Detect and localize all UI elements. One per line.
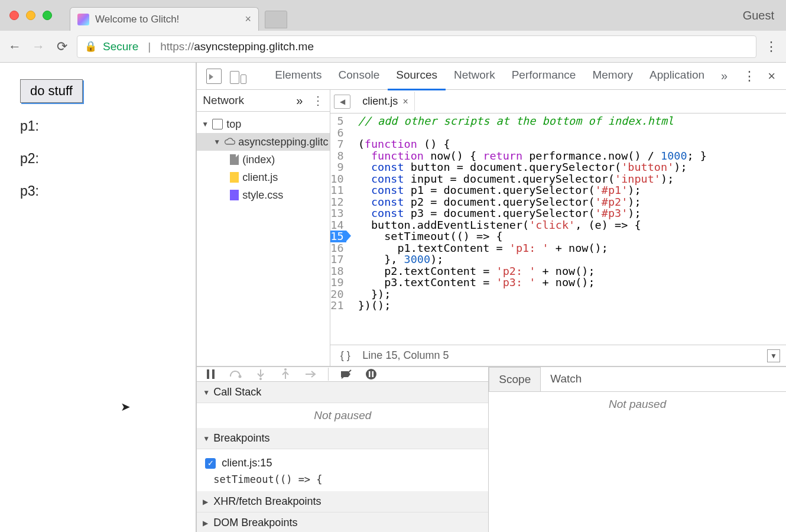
browser-menu-button[interactable]: ⋮ bbox=[762, 39, 780, 54]
line-number[interactable]: 5 bbox=[330, 115, 346, 127]
url-scheme: https:// bbox=[160, 40, 194, 53]
line-number[interactable]: 16 bbox=[330, 242, 346, 254]
forward-button: → bbox=[30, 38, 47, 56]
line-number[interactable]: 17 bbox=[330, 254, 346, 265]
devtools-tabstrip: ElementsConsoleSourcesNetworkPerformance… bbox=[197, 63, 786, 90]
breakpoint-label: client.js:15 bbox=[222, 457, 272, 469]
editor-statusbar: { } Line 15, Column 5 ▼ bbox=[330, 345, 786, 366]
tree-label: asyncstepping.glitc bbox=[238, 136, 328, 148]
line-number[interactable]: 11 bbox=[330, 184, 346, 196]
devtools-tab-console[interactable]: Console bbox=[330, 61, 388, 90]
script-icon bbox=[230, 172, 239, 183]
tree-item-clientjs[interactable]: client.js bbox=[197, 168, 330, 186]
line-number[interactable]: 7 bbox=[330, 138, 346, 150]
line-number[interactable]: 21 bbox=[330, 300, 346, 312]
call-stack-header[interactable]: ▼Call Stack bbox=[197, 382, 488, 403]
back-button[interactable]: ← bbox=[6, 38, 24, 56]
minimize-window-button[interactable] bbox=[26, 11, 35, 20]
navigator-more-button[interactable]: » bbox=[293, 94, 306, 108]
tree-label: (index) bbox=[242, 154, 275, 166]
dom-breakpoints-header[interactable]: ▶DOM Breakpoints bbox=[197, 512, 488, 532]
line-number[interactable]: 12 bbox=[330, 196, 346, 208]
fullscreen-window-button[interactable] bbox=[43, 11, 52, 20]
navigator-menu-button[interactable]: ⋮ bbox=[312, 93, 324, 108]
step-button bbox=[303, 367, 317, 381]
step-into-button bbox=[254, 367, 268, 381]
mouse-cursor-icon: ➤ bbox=[121, 400, 131, 414]
do-stuff-button[interactable]: do stuff bbox=[20, 79, 83, 103]
tree-item-origin[interactable]: ▼ asyncstepping.glitc bbox=[197, 133, 330, 151]
svg-rect-7 bbox=[369, 371, 371, 377]
scope-state: Not paused bbox=[489, 392, 786, 417]
devtools-tab-application[interactable]: Application bbox=[641, 61, 713, 90]
call-stack-state: Not paused bbox=[197, 403, 488, 428]
pause-on-exceptions-button[interactable] bbox=[364, 367, 378, 381]
line-number[interactable]: 18 bbox=[330, 265, 346, 277]
tree-item-index[interactable]: (index) bbox=[197, 151, 330, 168]
close-window-button[interactable] bbox=[9, 11, 19, 20]
line-number[interactable]: 19 bbox=[330, 277, 346, 288]
devtools-tab-network[interactable]: Network bbox=[446, 61, 504, 90]
line-number[interactable]: 13 bbox=[330, 207, 346, 219]
tree-label: client.js bbox=[242, 171, 278, 184]
device-toolbar-icon[interactable] bbox=[230, 69, 248, 84]
browser-toolbar: ← → ⟳ 🔒 Secure | https://asyncstepping.g… bbox=[0, 31, 786, 63]
line-number[interactable]: 9 bbox=[330, 161, 346, 173]
debugger-right-pane: Scope Watch Not paused bbox=[489, 367, 786, 532]
new-tab-button[interactable] bbox=[265, 11, 287, 28]
line-number[interactable]: 8 bbox=[330, 150, 346, 162]
line-number[interactable]: 20 bbox=[330, 288, 346, 300]
scope-tab[interactable]: Scope bbox=[489, 367, 541, 391]
browser-tab[interactable]: Welcome to Glitch! × bbox=[70, 7, 259, 31]
deactivate-breakpoints-button[interactable] bbox=[339, 367, 353, 381]
breakpoint-item[interactable]: ✓ client.js:15 bbox=[205, 454, 480, 472]
browser-titlebar: Welcome to Glitch! × Guest bbox=[0, 0, 786, 31]
line-number[interactable]: 6 bbox=[330, 127, 346, 139]
line-gutter[interactable]: 56789101112131415161718192021 bbox=[330, 113, 350, 345]
address-bar[interactable]: 🔒 Secure | https://asyncstepping.glitch.… bbox=[77, 35, 756, 58]
line-number[interactable]: 10 bbox=[330, 173, 346, 185]
svg-rect-1 bbox=[212, 369, 215, 379]
close-editor-tab-button[interactable]: × bbox=[402, 96, 408, 107]
devtools-close-button[interactable]: × bbox=[763, 69, 780, 84]
devtools-tab-performance[interactable]: Performance bbox=[504, 61, 584, 90]
breakpoints-header[interactable]: ▼Breakpoints bbox=[197, 428, 488, 449]
navigator-tab[interactable]: Network bbox=[203, 94, 287, 107]
navigator-panel: Network » ⋮ ▼ top ▼ asyncstepping.glitc bbox=[197, 90, 330, 366]
devtools-menu-button[interactable]: ⋮ bbox=[740, 69, 758, 84]
inspect-element-icon[interactable] bbox=[206, 69, 222, 84]
pretty-print-button[interactable]: { } bbox=[336, 349, 354, 362]
xhr-breakpoints-header[interactable]: ▶XHR/fetch Breakpoints bbox=[197, 491, 488, 512]
editor-dropdown-button[interactable]: ▼ bbox=[767, 349, 780, 362]
pause-button[interactable] bbox=[204, 367, 218, 381]
reload-button[interactable]: ⟳ bbox=[53, 38, 71, 56]
editor-tab[interactable]: client.js × bbox=[356, 92, 414, 111]
devtools-tab-sources[interactable]: Sources bbox=[388, 61, 446, 90]
tree-item-top[interactable]: ▼ top bbox=[197, 115, 330, 133]
tree-item-stylecss[interactable]: style.css bbox=[197, 186, 330, 204]
editor-tab-label: client.js bbox=[362, 95, 398, 108]
breakpoint-checkbox[interactable]: ✓ bbox=[205, 458, 216, 469]
more-tabs-button[interactable]: » bbox=[717, 69, 731, 83]
close-tab-button[interactable]: × bbox=[245, 13, 251, 25]
devtools-tab-memory[interactable]: Memory bbox=[584, 61, 641, 90]
profile-badge[interactable]: Guest bbox=[743, 9, 774, 22]
sources-panel: Network » ⋮ ▼ top ▼ asyncstepping.glitc bbox=[197, 90, 786, 366]
watch-tab[interactable]: Watch bbox=[541, 367, 591, 391]
frame-icon bbox=[212, 119, 223, 129]
cursor-position: Line 15, Column 5 bbox=[362, 349, 449, 362]
editor-body[interactable]: 56789101112131415161718192021 // add oth… bbox=[330, 113, 786, 345]
devtools-tab-elements[interactable]: Elements bbox=[267, 61, 330, 90]
toggle-navigator-button[interactable]: ◀ bbox=[334, 95, 350, 109]
tree-label: top bbox=[226, 118, 241, 131]
webpage-pane: do stuff p1: p2: p3: bbox=[0, 63, 197, 532]
chevron-down-icon: ▼ bbox=[213, 138, 220, 146]
url-separator: | bbox=[148, 40, 151, 53]
devtools: ElementsConsoleSourcesNetworkPerformance… bbox=[197, 63, 786, 532]
code-content[interactable]: // add other scripts at the bottom of in… bbox=[351, 113, 707, 345]
breakpoint-code: setTimeout(() => { bbox=[205, 472, 480, 486]
file-tree: ▼ top ▼ asyncstepping.glitc (index) bbox=[197, 112, 330, 207]
line-number[interactable]: 15 bbox=[330, 231, 346, 242]
tab-title: Welcome to Glitch! bbox=[95, 14, 239, 25]
line-number[interactable]: 14 bbox=[330, 219, 346, 231]
